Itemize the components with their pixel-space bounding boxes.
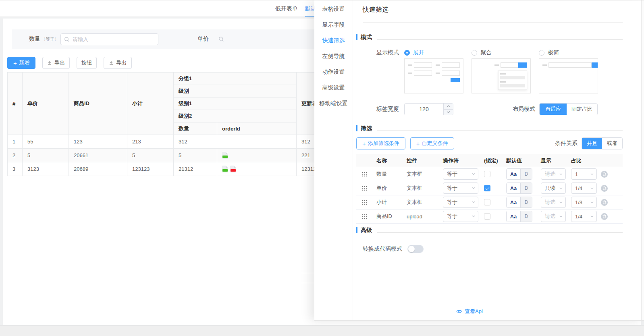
- file-icon-green[interactable]: [222, 166, 228, 172]
- ratio-select[interactable]: 1: [571, 168, 597, 180]
- field-control: 文本框: [405, 170, 441, 178]
- menu-item-table-settings[interactable]: 表格设置: [314, 1, 353, 17]
- menu-item-action-settings[interactable]: 动作设置: [314, 64, 353, 80]
- operator-select[interactable]: 等于: [443, 197, 478, 208]
- relation-and-button[interactable]: 并且: [582, 138, 602, 149]
- operator-select[interactable]: 等于: [443, 168, 478, 180]
- label-width-input[interactable]: [405, 104, 443, 115]
- filter-row-subtotal: 小计 文本框 等于 AaD 请选 1/3: [356, 195, 623, 209]
- delete-row-button[interactable]: [601, 199, 608, 206]
- display-select[interactable]: 请选: [541, 197, 566, 208]
- menu-item-left-nav[interactable]: 左侧导航: [314, 48, 353, 64]
- radio-icon: [472, 50, 477, 56]
- chevron-down-icon: [559, 171, 563, 177]
- export-button-2[interactable]: 导出: [104, 57, 132, 69]
- default-text-toggle[interactable]: Aa: [507, 197, 520, 207]
- col-locked: (锁定): [482, 157, 505, 164]
- file-icon-green[interactable]: [222, 152, 228, 159]
- default-text-toggle[interactable]: Aa: [507, 211, 520, 222]
- add-filter-condition-button[interactable]: +添加筛选条件: [356, 137, 405, 149]
- operator-select[interactable]: 等于: [443, 183, 478, 194]
- filter-row-qty: 数量 文本框 等于 AaD 请选 1: [356, 167, 623, 181]
- locked-checkbox[interactable]: [484, 185, 490, 191]
- relation-or-button[interactable]: 或者: [602, 138, 622, 149]
- locked-checkbox[interactable]: [484, 199, 490, 205]
- drag-handle-icon[interactable]: [362, 172, 367, 176]
- chevron-down-icon: [590, 214, 594, 220]
- drawer-scrollbar[interactable]: [641, 0, 644, 320]
- field-name: 数量: [375, 170, 405, 178]
- label-width-row: 标签宽度 布局模式 自适应 固定占比: [356, 103, 644, 115]
- ratio-select[interactable]: 1/4: [571, 183, 597, 194]
- display-select[interactable]: 只读: [541, 183, 566, 194]
- preview-minimal-mode: [539, 58, 598, 93]
- operator-select[interactable]: 等于: [443, 211, 478, 222]
- radio-minimal-mode[interactable]: 极简: [539, 49, 606, 56]
- filter-actions-row: +添加筛选条件 +自定义条件 条件关系 并且 或者: [356, 137, 644, 149]
- label-width-label: 标签宽度: [356, 106, 399, 113]
- default-value-group: AaD: [506, 197, 532, 208]
- section-divider-line: [377, 131, 623, 131]
- filter-operator-badge: 〈等于〉: [41, 37, 59, 41]
- default-dynamic-toggle[interactable]: D: [520, 211, 532, 222]
- ratio-select[interactable]: 1/3: [571, 197, 597, 208]
- cell-qty: 312: [174, 135, 217, 149]
- radio-expand-mode[interactable]: 展开: [404, 49, 472, 56]
- radio-aggregate-mode[interactable]: 聚合: [472, 49, 539, 56]
- view-api-link[interactable]: 查看Api: [456, 308, 483, 315]
- cell-order-files: [217, 135, 297, 149]
- search-icon: [64, 37, 70, 42]
- chevron-down-icon: [590, 185, 594, 191]
- default-value-group: AaD: [506, 168, 532, 180]
- stepper-up-button[interactable]: [444, 104, 453, 110]
- menu-item-advanced-settings[interactable]: 高级设置: [314, 80, 353, 95]
- custom-button[interactable]: 按钮: [77, 57, 97, 69]
- code-mode-toggle[interactable]: [407, 245, 424, 253]
- default-dynamic-toggle[interactable]: D: [520, 183, 532, 193]
- preview-expand-mode: [404, 58, 463, 93]
- menu-item-display-fields[interactable]: 显示字段: [314, 17, 353, 33]
- add-custom-condition-button[interactable]: +自定义条件: [410, 137, 454, 149]
- menu-item-quick-filter[interactable]: 快速筛选: [314, 33, 353, 48]
- qty-filter-input-wrap: [60, 33, 158, 45]
- section-header-advanced: 高级: [356, 226, 644, 234]
- menu-item-mobile-settings[interactable]: 移动端设置: [314, 95, 353, 111]
- cell-price: 3123: [23, 162, 69, 176]
- default-text-toggle[interactable]: Aa: [507, 183, 520, 193]
- locked-checkbox[interactable]: [484, 213, 490, 220]
- delete-row-button[interactable]: [601, 213, 608, 220]
- cell-subtotal: 213: [127, 135, 174, 149]
- col-header-level1: 级别1: [174, 97, 297, 110]
- drag-handle-icon[interactable]: [362, 200, 367, 205]
- drag-handle-icon[interactable]: [362, 186, 367, 191]
- layout-mode-segmented: 自适应 固定占比: [539, 103, 598, 115]
- layout-adaptive-button[interactable]: 自适应: [540, 104, 567, 115]
- display-select[interactable]: 请选: [541, 168, 566, 180]
- ratio-select[interactable]: 1/4: [571, 211, 597, 222]
- field-name: 商品ID: [375, 213, 405, 220]
- delete-row-button[interactable]: [601, 185, 608, 192]
- delete-row-button[interactable]: [601, 171, 608, 178]
- default-text-toggle[interactable]: Aa: [507, 169, 520, 179]
- field-control: 文本框: [405, 185, 441, 192]
- cell-order-files: [217, 149, 297, 162]
- display-select[interactable]: 请选: [541, 211, 566, 222]
- cell-subtotal: 5: [127, 149, 174, 162]
- qty-filter-input[interactable]: [73, 36, 155, 42]
- stepper-down-button[interactable]: [444, 110, 453, 115]
- filter-row-price: 单价 文本框 等于 AaD 只读 1/4: [356, 181, 623, 195]
- default-dynamic-toggle[interactable]: D: [520, 197, 532, 207]
- drawer-content: 快速筛选 模式 显示模式 展开 聚合: [353, 0, 644, 320]
- col-header-price: 单价: [23, 73, 69, 135]
- file-icon-red[interactable]: [230, 166, 236, 172]
- default-dynamic-toggle[interactable]: D: [520, 169, 532, 179]
- cell-index: 2: [8, 149, 23, 162]
- drag-handle-icon[interactable]: [362, 214, 367, 219]
- tab-lowcode-form[interactable]: 低开表单: [275, 1, 298, 17]
- radio-icon: [404, 50, 410, 56]
- col-header-subtotal: 小计: [127, 73, 174, 135]
- add-button[interactable]: +新增: [7, 57, 35, 69]
- locked-checkbox[interactable]: [484, 171, 490, 177]
- export-button-1[interactable]: 导出: [42, 57, 70, 69]
- layout-fixed-ratio-button[interactable]: 固定占比: [567, 104, 597, 115]
